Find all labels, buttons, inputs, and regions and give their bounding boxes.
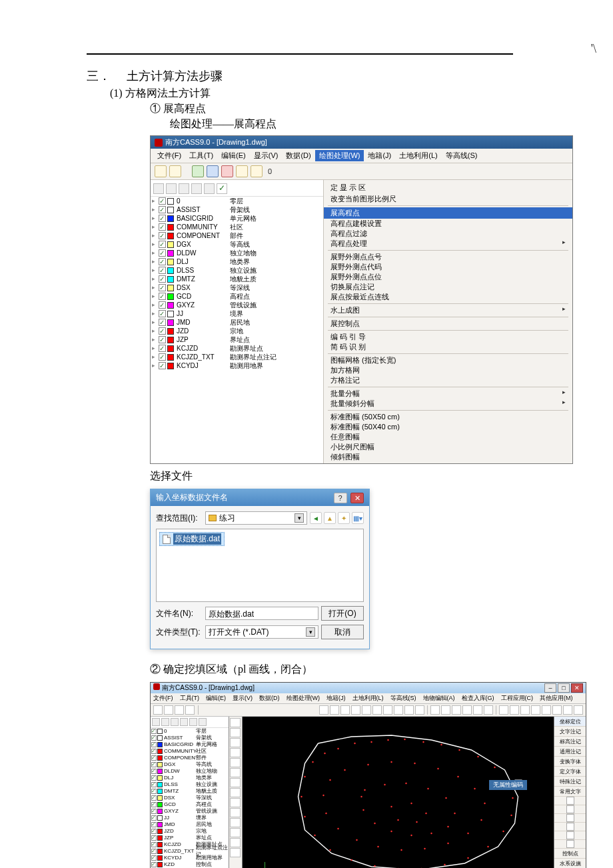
layer-checkbox[interactable] <box>151 862 157 867</box>
layer-row[interactable]: ▸ DLDW 独立地物 <box>151 249 323 257</box>
layer-checkbox[interactable] <box>159 310 166 317</box>
palette-icon[interactable] <box>230 828 241 837</box>
expand-icon[interactable]: ▸ <box>152 214 159 223</box>
menu-item[interactable]: 显示(V) <box>231 694 254 703</box>
layer-row[interactable]: ▸ BASICGRID 单元网格 <box>151 214 323 223</box>
side-button[interactable]: 坐标定位 <box>554 717 586 727</box>
layer-row[interactable]: ▸ DLSS 独立设施 <box>151 266 323 275</box>
layer-row[interactable]: ▸ GCD 高程点 <box>151 292 323 301</box>
toolbar-icon[interactable] <box>330 705 339 715</box>
layer-checkbox[interactable] <box>159 362 166 369</box>
layer-row[interactable]: DSX 等深线 <box>151 795 229 801</box>
layer-row[interactable]: JZP 界址点 <box>151 835 229 841</box>
layer-checkbox[interactable] <box>159 223 166 231</box>
layer-row[interactable]: DLSS 独立设施 <box>151 781 229 788</box>
palette-icon[interactable] <box>230 728 241 737</box>
toolbar-icon[interactable] <box>430 705 440 715</box>
side-icon[interactable] <box>554 823 586 831</box>
palette-icon[interactable] <box>230 718 241 727</box>
panel-icon[interactable] <box>179 183 189 194</box>
toolbar-icon[interactable] <box>520 705 530 715</box>
open-button[interactable]: 打开(O) <box>321 606 364 621</box>
expand-icon[interactable]: ▸ <box>152 318 159 327</box>
side-icon[interactable] <box>554 840 586 849</box>
layer-checkbox[interactable] <box>151 735 157 741</box>
layer-checkbox[interactable] <box>159 249 166 257</box>
toolbar-icon[interactable] <box>236 165 248 177</box>
filename-input[interactable]: 原始数据.dat <box>205 607 318 620</box>
layer-row[interactable]: ▸ JZD 宗地 <box>151 327 323 335</box>
dropdown-arrow-icon[interactable]: ▾ <box>295 513 304 523</box>
menu-item[interactable]: 切换展点注记 <box>324 282 572 292</box>
expand-icon[interactable]: ▸ <box>152 344 159 353</box>
menu-item[interactable]: 展点按最近点连线 <box>324 292 572 302</box>
expand-icon[interactable]: ▸ <box>152 309 159 318</box>
menu-file[interactable]: 文件(F) <box>153 150 185 161</box>
layer-checkbox[interactable] <box>151 835 157 841</box>
layer-checkbox[interactable] <box>159 275 166 283</box>
layer-checkbox[interactable] <box>151 755 157 761</box>
look-in-combo[interactable]: 练习 ▾ <box>205 511 307 525</box>
menu-item[interactable]: 编辑(E) <box>205 694 227 703</box>
layer-row[interactable]: ▸ KCJZD_TXT 勘测界址点注记 <box>151 353 323 361</box>
layer-row[interactable]: ▸ JMD 居民地 <box>151 318 323 327</box>
toolbar-icon[interactable] <box>552 705 562 715</box>
layer-row[interactable]: KZD 控制点 <box>151 861 229 868</box>
menu-item[interactable]: 改变当前图形比例尺 <box>324 194 572 204</box>
layer-checkbox[interactable] <box>159 336 166 343</box>
help-button[interactable]: ? <box>334 493 347 503</box>
panel-icon[interactable] <box>204 183 215 194</box>
layer-checkbox[interactable] <box>151 802 157 807</box>
expand-icon[interactable]: ▸ <box>152 301 159 309</box>
toolbar-icon[interactable] <box>441 705 450 715</box>
palette-icon[interactable] <box>230 778 241 787</box>
maximize-button[interactable]: □ <box>558 683 570 693</box>
layer-checkbox[interactable] <box>159 293 166 300</box>
toolbar-icon[interactable] <box>221 165 233 177</box>
layer-row[interactable]: GCD 高程点 <box>151 801 229 808</box>
menu-item[interactable]: 高程点处理 <box>324 239 572 249</box>
toolbar-icon[interactable] <box>251 165 263 177</box>
layer-checkbox[interactable] <box>159 301 166 309</box>
expand-icon[interactable]: ▸ <box>152 257 159 266</box>
menu-item[interactable]: 批量分幅 <box>324 389 572 399</box>
side-button[interactable]: 文字注记 <box>554 727 586 737</box>
layer-row[interactable]: ▸ DGX 等高线 <box>151 240 323 249</box>
menu-item[interactable]: 标准图幅 (50X40 cm) <box>324 422 572 432</box>
toolbar-icon[interactable] <box>574 705 583 715</box>
menu-item[interactable]: 图幅网格 (指定长宽) <box>324 355 572 365</box>
layer-row[interactable]: ▸ KCJZD 勘测界址点 <box>151 344 323 353</box>
toolbar-icon[interactable] <box>153 705 163 715</box>
menu-item[interactable]: 高程点过滤 <box>324 229 572 239</box>
menu-item[interactable]: 展野外测点点位 <box>324 272 572 282</box>
side-button[interactable]: 特殊注记 <box>554 777 586 787</box>
layer-row[interactable]: ▸ COMPONENT 部件 <box>151 231 323 240</box>
layer-row[interactable]: ▸ JZP 界址点 <box>151 335 323 344</box>
menu-item[interactable]: 等高线(S) <box>389 694 418 703</box>
layer-row[interactable]: ▸ DMTZ 地貌土质 <box>151 275 323 283</box>
layer-checkbox[interactable] <box>159 284 166 291</box>
back-icon[interactable]: ◄ <box>310 512 322 524</box>
toolbar-icon[interactable] <box>340 705 350 715</box>
layer-checkbox[interactable] <box>159 353 166 361</box>
layer-checkbox[interactable] <box>151 849 157 854</box>
layer-checkbox[interactable] <box>151 729 157 734</box>
layer-checkbox[interactable] <box>151 795 157 801</box>
layer-checkbox[interactable] <box>159 206 166 213</box>
layer-row[interactable]: COMMUNITY 社区 <box>151 748 229 755</box>
layer-checkbox[interactable] <box>159 345 166 352</box>
layer-checkbox[interactable] <box>159 232 166 239</box>
layer-row[interactable]: ▸ 0 零层 <box>151 197 323 205</box>
menu-item[interactable]: 定 显 示 区 <box>324 181 572 194</box>
menu-item-elevation-points[interactable]: 展高程点 <box>324 207 572 219</box>
expand-icon[interactable]: ▸ <box>152 240 159 249</box>
toolbar-icon[interactable] <box>531 705 540 715</box>
menu-landuse[interactable]: 土地利用(L) <box>395 150 441 161</box>
layer-checkbox[interactable] <box>159 215 166 222</box>
toolbar-icon[interactable] <box>415 705 424 715</box>
expand-icon[interactable]: ▸ <box>152 335 159 344</box>
palette-icon[interactable] <box>230 748 241 757</box>
up-icon[interactable]: ▲ <box>324 512 336 524</box>
toolbar-icon[interactable] <box>319 705 328 715</box>
dropdown-arrow-icon[interactable]: ▾ <box>306 627 315 637</box>
